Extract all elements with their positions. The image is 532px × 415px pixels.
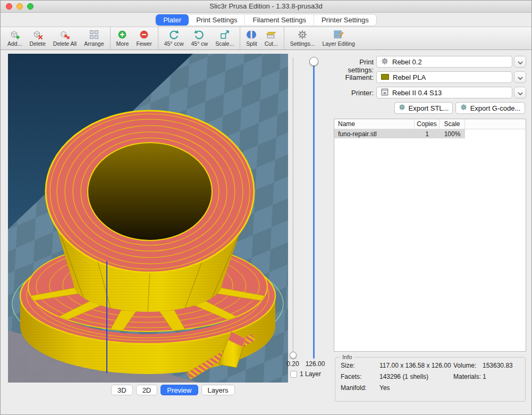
facets-label: Facets: xyxy=(341,373,361,380)
add-label: Add... xyxy=(7,40,22,47)
tab-plater[interactable]: Plater xyxy=(156,14,189,26)
facets-value: 143296 (1 shells) xyxy=(379,373,428,380)
close-button[interactable] xyxy=(6,3,12,10)
one-layer-option[interactable]: 1 Layer xyxy=(290,370,321,378)
object-name-cell: funo-repair.stl xyxy=(334,129,415,138)
export-stl-label: Export STL... xyxy=(409,104,449,112)
layer-slider-min-handle[interactable] xyxy=(290,352,297,359)
zoom-button[interactable] xyxy=(27,3,33,10)
view-mode-buttons: 3D 2D Preview Layers xyxy=(111,385,235,395)
delete-label: Delete xyxy=(29,40,45,47)
fewer-copies-icon xyxy=(139,29,149,40)
size-value: 117.00 x 136.58 x 126.00 xyxy=(379,362,451,369)
export-gcode-label: Export G-code... xyxy=(470,104,521,112)
size-label: Size: xyxy=(341,362,355,369)
printer-select[interactable]: Rebel II 0.4 S13 xyxy=(376,87,512,98)
materials-label: Materials: xyxy=(453,373,481,380)
fewer-button[interactable]: Fewer xyxy=(132,27,155,49)
layer-editing-button[interactable]: Layer Editing xyxy=(318,27,358,49)
settings-label: Settings... xyxy=(290,40,315,47)
rotate-cw-button[interactable]: 45° cw xyxy=(188,27,212,49)
object-list[interactable]: Name Copies Scale funo-repair.stl 1 100% xyxy=(334,119,526,352)
plater-toolbar: Add... Delete Delete All Arrange More Fe… xyxy=(1,27,531,50)
rotate-cw-icon xyxy=(194,29,205,40)
layer-slider-max-track[interactable] xyxy=(313,61,315,359)
column-header-copies[interactable]: Copies xyxy=(415,119,440,129)
delete-object-icon xyxy=(32,29,43,40)
window-title: Slic3r Prusa Edition - 1.33.8-prusa3d xyxy=(1,1,531,12)
split-icon xyxy=(246,29,257,40)
minimize-button[interactable] xyxy=(16,3,23,10)
filament-dropdown-button[interactable] xyxy=(514,71,526,83)
preview-canvas[interactable] xyxy=(8,54,288,383)
filament-value: Rebel PLA xyxy=(393,73,426,81)
preview-viewport[interactable] xyxy=(8,54,288,383)
manifold-value: Yes xyxy=(379,384,390,392)
column-header-name[interactable]: Name xyxy=(334,119,415,129)
export-stl-button[interactable]: Export STL... xyxy=(394,102,453,114)
chevron-down-icon xyxy=(518,72,523,82)
print-settings-value: Rebel 0.2 xyxy=(392,58,422,66)
more-button[interactable]: More xyxy=(113,27,133,49)
volume-value: 153630.83 xyxy=(483,362,513,369)
arrange-label: Arrange xyxy=(84,40,104,47)
cut-button[interactable]: Cut... xyxy=(261,27,282,49)
object-settings-button[interactable]: Settings... xyxy=(286,27,319,49)
fewer-label: Fewer xyxy=(136,40,151,47)
volume-label: Volume: xyxy=(453,362,476,369)
slic3r-window: Slic3r Prusa Edition - 1.33.8-prusa3d Pl… xyxy=(0,0,532,415)
view-layers-button[interactable]: Layers xyxy=(201,385,235,395)
split-label: Split xyxy=(246,40,257,47)
add-button[interactable]: Add... xyxy=(4,27,26,49)
print-settings-dropdown-button[interactable] xyxy=(514,56,526,68)
tab-filament-settings[interactable]: Filament Settings xyxy=(244,14,313,26)
filament-label: Filament: xyxy=(332,73,374,81)
export-gcode-button[interactable]: Export G-code... xyxy=(455,102,525,114)
arrange-icon xyxy=(89,29,99,40)
delete-button[interactable]: Delete xyxy=(26,27,49,49)
scale-button[interactable]: Scale... xyxy=(212,27,238,49)
layer-max-value: 126.00 xyxy=(303,360,327,368)
rotate-cw-label: 45° cw xyxy=(191,40,208,47)
object-copies-cell: 1 xyxy=(415,129,440,138)
print-settings-label: Print settings: xyxy=(332,58,374,74)
filament-swatch xyxy=(381,73,389,81)
view-3d-button[interactable]: 3D xyxy=(111,385,133,395)
print-settings-gear-icon xyxy=(381,57,389,67)
object-scale-cell: 100% xyxy=(440,129,465,138)
export-gcode-icon xyxy=(460,104,467,112)
filament-select[interactable]: Rebel PLA xyxy=(376,71,512,83)
view-2d-button[interactable]: 2D xyxy=(136,385,158,395)
toolbar-separator xyxy=(284,27,284,49)
toolbar-separator xyxy=(240,27,240,49)
more-label: More xyxy=(116,40,129,47)
delete-all-icon xyxy=(60,29,70,40)
main-tabs: Plater Print Settings Filament Settings … xyxy=(1,13,531,27)
tab-printer-settings[interactable]: Printer Settings xyxy=(314,14,376,26)
printer-value: Rebel II 0.4 S13 xyxy=(392,89,442,97)
column-header-scale[interactable]: Scale xyxy=(440,119,465,129)
title-bar: Slic3r Prusa Edition - 1.33.8-prusa3d xyxy=(1,1,531,13)
rotate-ccw-button[interactable]: 45° ccw xyxy=(161,27,188,49)
chevron-down-icon xyxy=(518,88,523,97)
printer-label: Printer: xyxy=(332,89,374,97)
arrange-button[interactable]: Arrange xyxy=(80,27,107,49)
printer-icon xyxy=(381,88,389,97)
one-layer-checkbox[interactable] xyxy=(290,371,297,378)
manifold-label: Manifold: xyxy=(341,384,367,392)
layer-editing-label: Layer Editing xyxy=(322,40,354,47)
split-button[interactable]: Split xyxy=(242,27,260,49)
table-row[interactable]: funo-repair.stl 1 100% xyxy=(334,129,526,138)
delete-all-button[interactable]: Delete All xyxy=(49,27,80,49)
scale-label: Scale... xyxy=(215,40,234,47)
view-preview-button[interactable]: Preview xyxy=(161,385,198,395)
scale-icon xyxy=(219,29,230,40)
print-settings-select[interactable]: Rebel 0.2 xyxy=(376,56,512,68)
layer-slider-max-handle[interactable] xyxy=(309,57,318,66)
add-object-icon xyxy=(10,29,20,40)
tab-print-settings[interactable]: Print Settings xyxy=(189,14,244,26)
printer-dropdown-button[interactable] xyxy=(514,87,526,98)
layer-slider-min-track[interactable] xyxy=(293,57,293,359)
chevron-down-icon xyxy=(518,57,523,67)
more-copies-icon xyxy=(117,29,128,40)
